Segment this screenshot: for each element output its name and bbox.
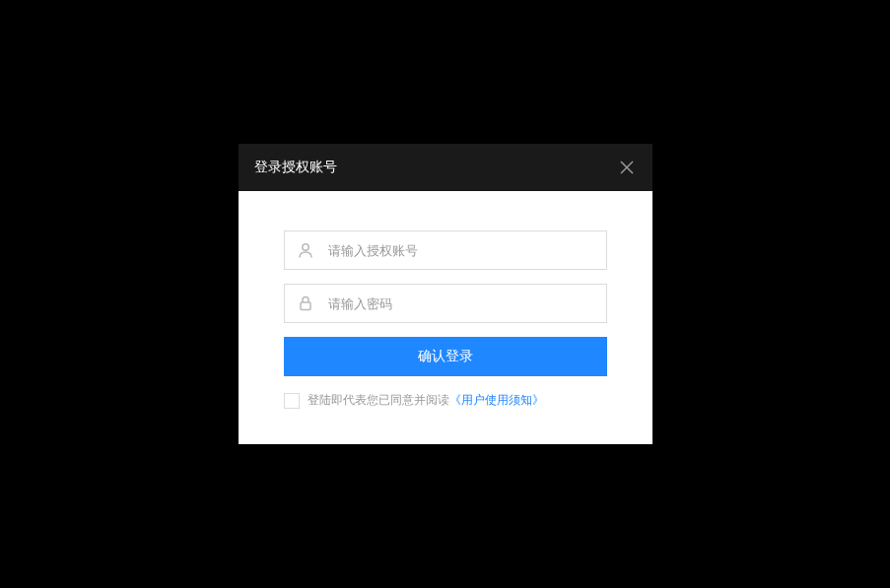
user-icon (296, 240, 315, 260)
close-icon (620, 161, 634, 174)
dialog-header: 登录授权账号 (239, 144, 652, 191)
svg-rect-3 (301, 302, 310, 310)
login-dialog: 登录授权账号 (239, 144, 652, 444)
submit-button[interactable]: 确认登录 (284, 337, 607, 376)
dialog-title: 登录授权账号 (254, 159, 337, 176)
svg-point-2 (302, 244, 308, 250)
agreement-row: 登陆即代表您已同意并阅读 《用户使用须知》 (284, 392, 607, 409)
close-button[interactable] (617, 158, 637, 177)
agreement-checkbox[interactable] (284, 393, 300, 409)
username-group (284, 230, 607, 270)
agreement-link[interactable]: 《用户使用须知》 (449, 392, 544, 409)
username-input[interactable] (284, 230, 607, 270)
dialog-body: 确认登录 登陆即代表您已同意并阅读 《用户使用须知》 (239, 191, 652, 444)
password-input[interactable] (284, 284, 607, 323)
password-group (284, 284, 607, 323)
lock-icon (296, 294, 315, 313)
agreement-text: 登陆即代表您已同意并阅读 (308, 392, 449, 409)
